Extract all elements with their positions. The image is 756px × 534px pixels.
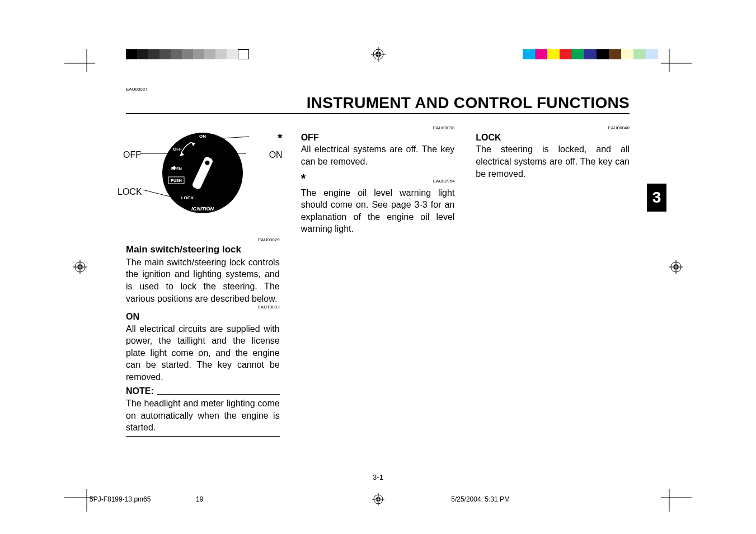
ignition-label-off: OFF	[173, 147, 182, 152]
main-switch-heading: Main switch/steering lock	[126, 243, 280, 256]
on-text: All electrical circuits are supplied wit…	[126, 323, 280, 383]
crop-mark-top-right	[658, 49, 692, 72]
off-heading: OFF	[301, 132, 455, 144]
footer-filename: 5PJ-F8199-13.pm65	[90, 495, 151, 503]
registration-mark-right	[669, 260, 683, 274]
column-1: ON OFF OPEN PUSH LOCK IGNITION * ON	[126, 125, 280, 437]
page-title: INSTRUMENT AND CONTROL FUNCTIONS	[126, 94, 630, 114]
ignition-label-ignition: IGNITION	[191, 206, 214, 212]
footer: 5PJ-F8199-13.pm65 19 5/25/2004, 5:31 PM	[90, 495, 666, 503]
column-3: EAU00040 LOCK The steering is locked, an…	[476, 125, 630, 437]
section-code-1: EAU00029	[126, 237, 280, 243]
footer-datetime: 5/25/2004, 5:31 PM	[451, 495, 510, 503]
ignition-pointer-on: ON	[269, 149, 283, 161]
main-switch-text: The main switch/steering lock controls t…	[126, 256, 280, 305]
note-bottom-rule	[126, 436, 280, 437]
ignition-label-lock: LOCK	[181, 195, 194, 200]
registration-mark-bottom	[372, 493, 384, 505]
ignition-label-on: ON	[199, 134, 206, 139]
ignition-label-push: PUSH	[171, 179, 182, 182]
footer-page: 19	[196, 495, 203, 503]
page-content: EAU00027 INSTRUMENT AND CONTROL FUNCTION…	[126, 87, 630, 437]
star-marker: *	[301, 172, 306, 185]
chapter-tab: 3	[647, 184, 666, 212]
ignition-pointer-off: OFF	[123, 149, 141, 161]
crop-mark-top-left	[64, 49, 98, 72]
page-number: 3-1	[373, 473, 383, 481]
section-code-off: EAU00038	[301, 125, 455, 132]
registration-mark-top	[371, 47, 386, 62]
registration-mark-left	[73, 260, 87, 274]
star-text: The engine oil level warning light shoul…	[301, 187, 455, 235]
lock-text: The steering is locked, and all electric…	[476, 143, 630, 180]
ignition-star-marker: *	[278, 130, 283, 147]
off-text: All electrical systems are off. The key …	[301, 143, 455, 167]
note-label: NOTE:	[126, 385, 154, 397]
color-calibration-strip	[523, 49, 658, 59]
ignition-switch-figure: ON OFF OPEN PUSH LOCK IGNITION * ON	[126, 125, 280, 226]
section-code-lock: EAU00040	[476, 125, 630, 132]
grayscale-calibration-strip	[126, 49, 249, 59]
note-text: The headlight and meter lighting come on…	[126, 397, 280, 434]
column-2: EAU00038 OFF All electrical systems are …	[301, 125, 455, 437]
section-code-star: EAU02954	[433, 179, 455, 185]
section-code-2: EAUT0033	[126, 305, 280, 311]
content-columns: ON OFF OPEN PUSH LOCK IGNITION * ON	[126, 125, 630, 437]
ignition-pointer-lock: LOCK	[118, 186, 142, 198]
header-code: EAU00027	[126, 87, 630, 92]
lock-heading: LOCK	[476, 132, 630, 144]
on-heading: ON	[126, 311, 280, 323]
